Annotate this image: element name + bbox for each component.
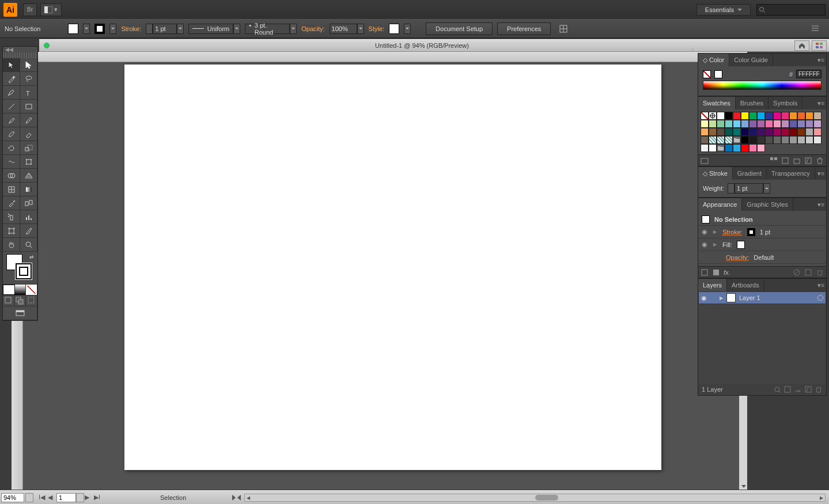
swatch-cell[interactable]: [813, 112, 822, 120]
swatch-options-icon[interactable]: [781, 157, 789, 165]
delete-swatch-icon[interactable]: [816, 157, 824, 165]
tab-transparency[interactable]: Transparency: [767, 167, 815, 180]
eyedropper-tool[interactable]: [3, 196, 20, 210]
status-menu-icon[interactable]: [232, 495, 236, 501]
swatch-cell[interactable]: [709, 144, 717, 152]
panel-menu-icon[interactable]: ▾≡: [816, 279, 826, 291]
last-artboard-button[interactable]: ▶I: [94, 494, 102, 502]
appearance-opacity-row[interactable]: Opacity: Default: [698, 251, 826, 264]
draw-behind-button[interactable]: [14, 295, 26, 306]
stroke-weight-input[interactable]: [153, 24, 177, 34]
blob-brush-tool[interactable]: [3, 127, 20, 141]
new-color-group-icon[interactable]: [793, 157, 801, 165]
line-tool[interactable]: [3, 100, 20, 113]
new-sublayer-icon[interactable]: [794, 385, 802, 393]
swatch-cell[interactable]: [765, 112, 773, 120]
appearance-fill-row[interactable]: ◉ ▶ Fill:: [698, 238, 826, 251]
draw-inside-button[interactable]: [26, 295, 37, 306]
swatch-cell[interactable]: [709, 120, 717, 128]
panel-collapse-icon[interactable]: ◀◀: [3, 47, 37, 52]
swatch-cell[interactable]: [749, 120, 757, 128]
swatch-cell[interactable]: [741, 144, 749, 152]
stroke-weight-field[interactable]: [146, 24, 184, 34]
swatch-libraries-icon[interactable]: [701, 157, 709, 165]
gradient-tool[interactable]: [20, 183, 37, 196]
stroke-attr-swatch[interactable]: [747, 228, 755, 236]
new-swatch-icon[interactable]: [804, 157, 812, 165]
width-tool[interactable]: [3, 155, 20, 169]
direct-selection-tool[interactable]: [20, 58, 37, 72]
rotate-tool[interactable]: [3, 141, 20, 155]
workspace-switcher[interactable]: Essentials: [696, 4, 751, 16]
artboard[interactable]: [124, 65, 661, 470]
panel-menu-icon[interactable]: ▾≡: [816, 97, 826, 109]
swatch-cell[interactable]: [781, 120, 789, 128]
stroke-swatch-menu[interactable]: [109, 24, 116, 34]
prev-artboard-button[interactable]: ◀: [48, 494, 56, 502]
stroke-profile-dropdown[interactable]: Uniform: [188, 24, 240, 34]
style-menu[interactable]: [404, 24, 411, 34]
swatch-cell[interactable]: [781, 112, 789, 120]
brush-dropdown[interactable]: • 3 pt. Round: [245, 24, 297, 34]
document-setup-button[interactable]: Document Setup: [426, 22, 493, 35]
type-tool[interactable]: T: [20, 86, 37, 100]
swatch-cell[interactable]: [797, 120, 805, 128]
opacity-menu[interactable]: [357, 24, 364, 34]
fill-proxy-none-icon[interactable]: [703, 70, 711, 78]
hex-input[interactable]: [796, 70, 822, 78]
lasso-tool[interactable]: [20, 72, 37, 86]
tab-stroke[interactable]: ◇Stroke: [698, 167, 733, 180]
disclosure-icon[interactable]: ▶: [713, 242, 718, 247]
target-icon[interactable]: [817, 295, 823, 301]
swatch-cell[interactable]: [757, 144, 765, 152]
swatch-cell[interactable]: [749, 136, 757, 144]
tab-graphic-styles[interactable]: Graphic Styles: [742, 198, 793, 211]
swatch-cell[interactable]: [725, 120, 733, 128]
artboard-menu[interactable]: [76, 493, 84, 502]
swatch-cell[interactable]: [717, 144, 725, 152]
opacity-attr-label[interactable]: Opacity:: [726, 254, 749, 261]
swatch-cell[interactable]: [709, 128, 717, 136]
swatch-cell[interactable]: [741, 136, 749, 144]
disclosure-icon[interactable]: ▶: [713, 229, 718, 234]
gradient-mode-button[interactable]: [15, 285, 27, 295]
panel-menu-icon[interactable]: ▾≡: [816, 198, 826, 211]
swap-fill-stroke-icon[interactable]: ⇄: [29, 254, 34, 260]
rectangle-tool[interactable]: [20, 100, 37, 113]
swatch-cell[interactable]: [749, 112, 757, 120]
shape-builder-tool[interactable]: [3, 169, 20, 183]
layer-row[interactable]: ◉ ▶ Layer 1: [698, 291, 826, 304]
swatch-cell[interactable]: [781, 128, 789, 136]
panel-menu-icon[interactable]: ▾≡: [816, 167, 826, 180]
swatch-cell[interactable]: [789, 120, 797, 128]
new-layer-icon[interactable]: [804, 385, 812, 393]
swatch-cell[interactable]: [765, 120, 773, 128]
stroke-swatch[interactable]: [94, 24, 105, 34]
hand-tool[interactable]: [3, 238, 20, 252]
artboard-number-input[interactable]: [56, 493, 76, 502]
stroke-proxy-swatch[interactable]: [714, 70, 722, 78]
swatch-cell[interactable]: [765, 136, 773, 144]
swatch-cell[interactable]: [789, 136, 797, 144]
swatch-cell[interactable]: [701, 144, 709, 152]
tab-symbols[interactable]: Symbols: [769, 97, 802, 109]
swatch-cell[interactable]: [797, 112, 805, 120]
brush-menu[interactable]: [290, 24, 297, 34]
swatch-cell[interactable]: [749, 144, 757, 152]
horizontal-scrollbar[interactable]: ◀▶: [244, 494, 826, 502]
swatch-cell[interactable]: [805, 120, 813, 128]
arrange-icon[interactable]: [812, 40, 827, 51]
swatch-cell[interactable]: [749, 128, 757, 136]
stepper-icon[interactable]: [146, 24, 153, 34]
panel-grip[interactable]: [3, 52, 37, 58]
swatch-cell[interactable]: [725, 112, 733, 120]
swatch-cell[interactable]: [797, 128, 805, 136]
screen-mode-button[interactable]: [3, 306, 37, 320]
opacity-input[interactable]: [330, 24, 357, 34]
zoom-tool[interactable]: [20, 238, 37, 252]
free-transform-tool[interactable]: [20, 155, 37, 169]
symbol-sprayer-tool[interactable]: [3, 210, 20, 224]
swatch-cell[interactable]: [757, 128, 765, 136]
make-clip-icon[interactable]: [783, 385, 792, 393]
swatch-cell[interactable]: [805, 128, 813, 136]
